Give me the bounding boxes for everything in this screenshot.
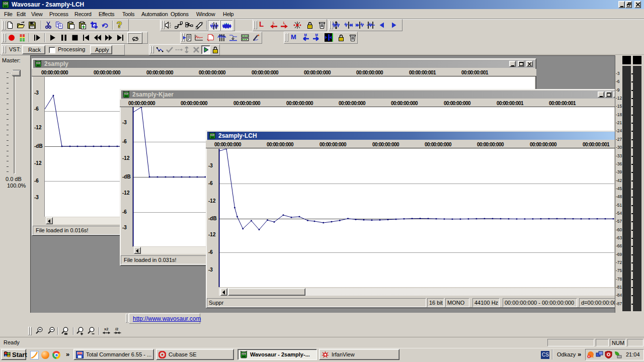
svg-text:/2: /2 (115, 327, 118, 331)
svg-text:M: M (315, 34, 318, 37)
svg-text:M: M (304, 34, 307, 37)
svg-text:L: L (283, 21, 285, 25)
svg-text:x2: x2 (104, 327, 108, 331)
svg-text:?: ? (117, 20, 122, 30)
svg-text:L: L (273, 21, 275, 25)
